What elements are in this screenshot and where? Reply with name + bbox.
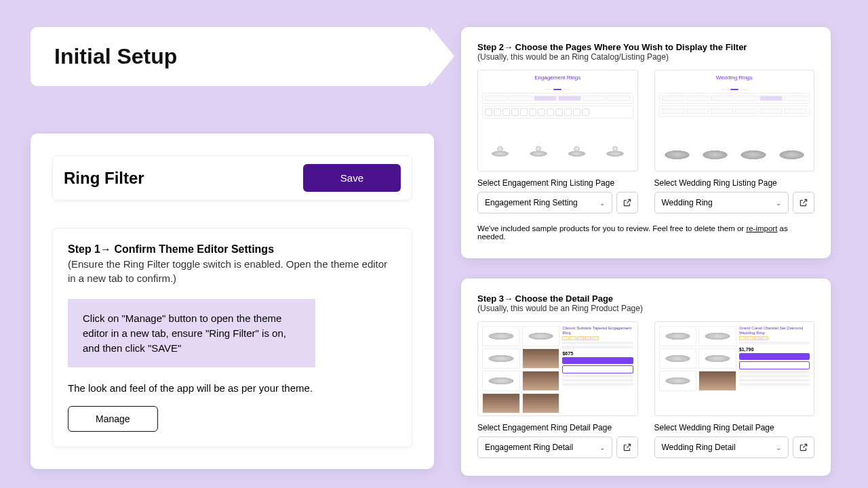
external-link-icon xyxy=(799,198,808,207)
reimport-link[interactable]: re-import xyxy=(746,224,777,232)
ring-filter-panel: Ring Filter Save Step 1→ Confirm Theme E… xyxy=(31,134,434,469)
step3-right-col: Grand Canal Channel Set Diamond Wedding … xyxy=(654,321,815,458)
chevron-down-icon: ⌄ xyxy=(776,199,781,207)
external-link-icon xyxy=(623,198,632,207)
page-title-card: Initial Setup xyxy=(31,27,431,86)
engagement-detail-mock: Classic Solitaire Tapered Engagement Rin… xyxy=(477,321,638,416)
open-engagement-detail-button[interactable] xyxy=(616,436,638,458)
external-link-icon xyxy=(799,443,808,452)
sample-note: We've included sample products for you t… xyxy=(477,224,814,241)
wedding-listing-select[interactable]: Wedding Ring ⌄ xyxy=(654,192,789,214)
step1-heading: Step 1→ Confirm Theme Editor Settings xyxy=(68,243,397,256)
chevron-down-icon: ⌄ xyxy=(599,199,605,207)
step3-sub: (Usually, this would be an Ring Product … xyxy=(477,304,814,313)
wedding-detail-select[interactable]: Wedding Ring Detail ⌄ xyxy=(654,436,789,458)
manage-button[interactable]: Manage xyxy=(68,406,158,432)
step1-sub: (Ensure the Ring Filter toggle switch is… xyxy=(68,257,397,285)
step1-card: Step 1→ Confirm Theme Editor Settings (E… xyxy=(52,228,412,447)
step2-panel: Step 2→ Choose the Pages Where You Wish … xyxy=(461,27,831,258)
wedding-detail-label: Select Wedding Ring Detail Page xyxy=(654,423,815,432)
open-wedding-listing-button[interactable] xyxy=(793,192,814,214)
open-wedding-detail-button[interactable] xyxy=(793,436,814,458)
chevron-down-icon: ⌄ xyxy=(776,444,781,451)
engagement-listing-label: Select Engagement Ring Listing Page xyxy=(477,178,638,188)
panel-header: Ring Filter Save xyxy=(52,155,412,201)
external-link-icon xyxy=(623,443,632,452)
step1-note: The look and feel of the app will be as … xyxy=(68,382,397,394)
step2-left-col: Engagement Rings Select Engagement Ring … xyxy=(477,70,638,214)
step2-heading: Step 2→ Choose the Pages Where You Wish … xyxy=(477,42,814,52)
step3-panel: Step 3→ Choose the Detail Page (Usually,… xyxy=(461,279,831,476)
engagement-detail-label: Select Engagement Ring Detail Page xyxy=(477,423,638,432)
step2-right-col: Wedding Rings Select Wedding Ring Listin… xyxy=(654,70,815,214)
wedding-detail-mock: Grand Canal Channel Set Diamond Wedding … xyxy=(654,321,815,416)
step1-info: Click on "Manage" button to open the the… xyxy=(68,299,315,367)
wedding-listing-mock: Wedding Rings xyxy=(654,70,815,171)
wedding-listing-label: Select Wedding Ring Listing Page xyxy=(654,178,815,188)
step3-heading: Step 3→ Choose the Detail Page xyxy=(477,293,814,304)
chevron-down-icon: ⌄ xyxy=(599,444,605,451)
engagement-listing-select[interactable]: Engagement Ring Setting ⌄ xyxy=(477,192,612,214)
open-engagement-listing-button[interactable] xyxy=(616,192,638,214)
step3-left-col: Classic Solitaire Tapered Engagement Rin… xyxy=(477,321,638,458)
engagement-detail-select[interactable]: Engagement Ring Detail ⌄ xyxy=(477,436,612,458)
step2-sub: (Usually, this would be an Ring Catalog/… xyxy=(477,52,814,62)
panel-title: Ring Filter xyxy=(64,169,144,188)
save-button[interactable]: Save xyxy=(303,164,401,192)
engagement-listing-mock: Engagement Rings xyxy=(477,70,638,171)
page-title: Initial Setup xyxy=(54,44,407,69)
